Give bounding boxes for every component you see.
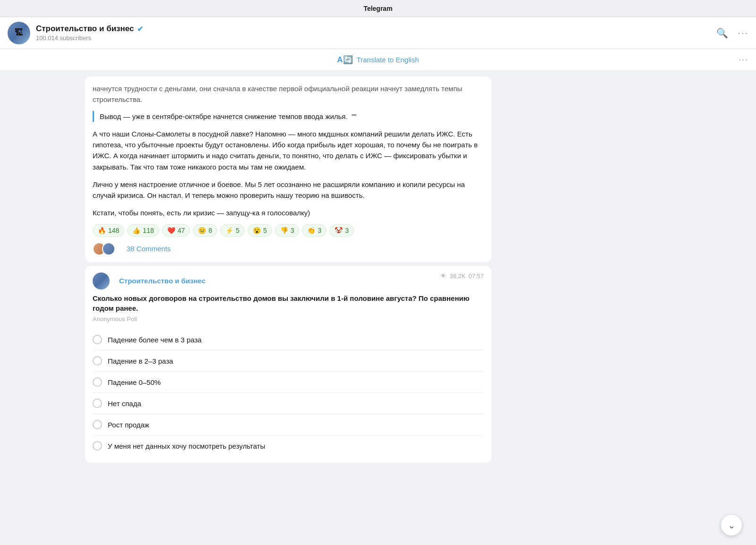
reaction-emoji: 🔥 xyxy=(98,227,106,234)
message-1-body3: Кстати, чтобы понять, есть ли кризис — з… xyxy=(93,207,484,218)
reaction-count: 3 xyxy=(345,227,349,234)
translate-more-icon[interactable]: ··· xyxy=(739,55,748,65)
quote-text: Вывод — уже в сентябре-октябре начнется … xyxy=(100,112,357,120)
reaction-count: 5 xyxy=(236,227,240,234)
reaction-emoji: ⚡ xyxy=(225,227,233,234)
poll-channel-avatar xyxy=(93,272,110,290)
reactions-row: 🔥148👍118❤️47😐8⚡5😮5👎3👏3🤡3 xyxy=(93,224,484,237)
translate-button[interactable]: Translate to English xyxy=(357,56,419,64)
message-1-truncated: начнутся трудности с деньгами, они снача… xyxy=(93,83,484,105)
reaction-emoji: ❤️ xyxy=(167,227,175,234)
more-options-icon[interactable]: ··· xyxy=(738,27,748,38)
poll-options: Падение более чем в 3 разаПадение в 2–3 … xyxy=(93,329,484,456)
message-1-quote: Вывод — уже в сентябре-октябре начнется … xyxy=(93,111,484,122)
poll-option-3[interactable]: Нет спада xyxy=(93,393,484,414)
reaction-count: 3 xyxy=(291,227,294,234)
reaction-0[interactable]: 🔥148 xyxy=(93,224,124,237)
message-1-body2: Лично у меня настроение отличное и боево… xyxy=(93,179,484,201)
poll-option-text-1: Падение в 2–3 раза xyxy=(108,357,173,365)
poll-radio-4 xyxy=(93,420,102,429)
reaction-count: 47 xyxy=(178,227,185,234)
poll-option-4[interactable]: Рост продаж xyxy=(93,414,484,435)
translate-icon: A🔄 xyxy=(337,55,352,65)
poll-option-text-2: Падение 0–50% xyxy=(108,378,161,386)
reaction-2[interactable]: ❤️47 xyxy=(162,224,190,237)
channel-name-row: Строительство и бизнес ✔ xyxy=(36,24,716,34)
reaction-count: 3 xyxy=(318,227,321,234)
chat-body: начнутся трудности с деньгами, они снача… xyxy=(0,71,756,545)
message-1-body: А что наши Слоны-Самолеты в посудной лав… xyxy=(93,128,484,172)
eye-icon: 👁 xyxy=(440,272,447,280)
channel-info: Строительство и бизнес ✔ 100.014 subscri… xyxy=(36,24,716,42)
poll-radio-5 xyxy=(93,441,102,451)
poll-option-text-3: Нет спада xyxy=(108,400,141,408)
poll-option-0[interactable]: Падение более чем в 3 раза xyxy=(93,329,484,350)
channel-name-text: Строительство и бизнес xyxy=(36,24,134,34)
poll-meta: 👁 38,2K 07:57 xyxy=(440,272,484,280)
reaction-3[interactable]: 😐8 xyxy=(193,224,217,237)
poll-option-text-0: Падение более чем в 3 раза xyxy=(108,336,202,344)
reaction-count: 8 xyxy=(208,227,212,234)
reaction-count: 148 xyxy=(108,227,119,234)
channel-avatar: 🏗 xyxy=(8,22,30,44)
reaction-7[interactable]: 👏3 xyxy=(302,224,326,237)
reaction-6[interactable]: 👎3 xyxy=(275,224,300,237)
reaction-emoji: 👍 xyxy=(132,227,140,234)
reaction-4[interactable]: ⚡5 xyxy=(220,224,245,237)
poll-option-text-5: У меня нет данных хочу посмотреть резуль… xyxy=(108,442,265,450)
translate-bar: A🔄 Translate to English ··· xyxy=(0,49,756,71)
poll-views: 38,2K xyxy=(449,272,465,280)
reaction-emoji: 👏 xyxy=(307,227,315,234)
poll-radio-1 xyxy=(93,356,102,366)
poll-option-2[interactable]: Падение 0–50% xyxy=(93,372,484,393)
title-bar: Telegram xyxy=(0,0,756,17)
poll-radio-0 xyxy=(93,335,102,344)
poll-option-5[interactable]: У меня нет данных хочу посмотреть резуль… xyxy=(93,435,484,456)
scroll-to-bottom-button[interactable]: ⌄ xyxy=(721,515,742,536)
reaction-count: 5 xyxy=(263,227,267,234)
poll-radio-2 xyxy=(93,377,102,387)
reaction-emoji: 😮 xyxy=(253,227,261,234)
verified-badge: ✔ xyxy=(137,25,143,34)
poll-channel-name[interactable]: Строительство и бизнес xyxy=(119,277,206,285)
reaction-emoji: 😐 xyxy=(198,227,206,234)
poll-question: Сколько новых договоров на строительство… xyxy=(93,293,484,314)
poll-radio-3 xyxy=(93,399,102,408)
app-title: Telegram xyxy=(363,5,392,12)
comments-row: 38 Comments xyxy=(93,242,484,255)
header-actions: 🔍 ··· xyxy=(716,27,748,39)
reaction-emoji: 👎 xyxy=(280,227,288,234)
reaction-8[interactable]: 🤡3 xyxy=(329,224,354,237)
comment-avatars xyxy=(93,242,115,255)
message-1: начнутся трудности с деньгами, они снача… xyxy=(85,77,491,262)
poll-time: 07:57 xyxy=(468,272,484,280)
search-icon[interactable]: 🔍 xyxy=(716,27,728,39)
poll-option-1[interactable]: Падение в 2–3 раза xyxy=(93,350,484,372)
commenter-avatar-2 xyxy=(102,242,115,255)
chat-header: 🏗 Строительство и бизнес ✔ 100.014 subsc… xyxy=(0,17,756,49)
poll-option-text-4: Рост продаж xyxy=(108,421,149,429)
channel-subscribers: 100.014 subscribers xyxy=(36,34,716,42)
reaction-emoji: 🤡 xyxy=(335,227,343,234)
comments-link[interactable]: 38 Comments xyxy=(127,245,171,253)
poll-type: Anonymous Poll xyxy=(93,315,484,323)
reaction-5[interactable]: 😮5 xyxy=(248,224,272,237)
reaction-count: 118 xyxy=(143,227,154,234)
message-2-poll: Строительство и бизнес 👁 38,2K 07:57 Ско… xyxy=(85,266,491,463)
reaction-1[interactable]: 👍118 xyxy=(127,224,159,237)
